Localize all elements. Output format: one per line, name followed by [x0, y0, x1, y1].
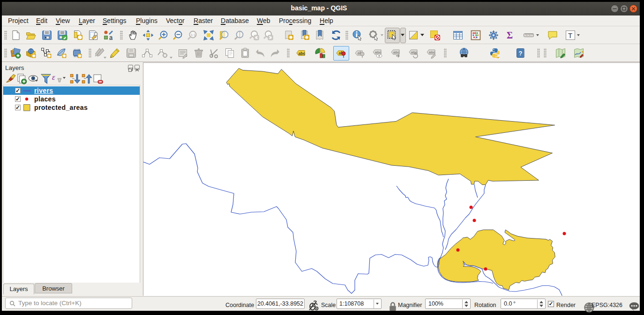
svg-text:abc: abc [299, 51, 306, 56]
svg-text:abc: abc [393, 50, 400, 54]
svg-text:ε: ε [52, 73, 55, 82]
svg-text:Σ: Σ [507, 30, 513, 40]
svg-text:abc: abc [375, 50, 382, 54]
svg-text:1:1: 1:1 [191, 33, 196, 37]
svg-text:T: T [568, 31, 572, 39]
svg-text:?: ? [519, 50, 523, 57]
